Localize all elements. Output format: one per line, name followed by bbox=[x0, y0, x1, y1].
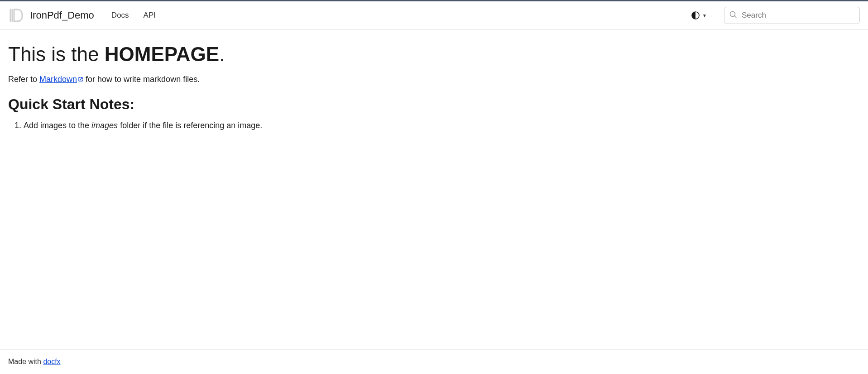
navbar: IronPdf_Demo Docs API ▼ bbox=[0, 1, 868, 30]
footer-prefix: Made with bbox=[8, 358, 43, 365]
nav-link-api[interactable]: API bbox=[139, 9, 160, 22]
footer: Made with docfx bbox=[0, 349, 868, 374]
intro-suffix: for how to write markdown files. bbox=[83, 75, 200, 84]
theme-toggle[interactable]: ▼ bbox=[688, 10, 710, 21]
title-prefix: This is the bbox=[8, 43, 105, 65]
search-container bbox=[724, 7, 860, 24]
logo-icon bbox=[8, 7, 24, 24]
markdown-link[interactable]: Markdown bbox=[39, 75, 83, 84]
notes-list: Add images to the images folder if the f… bbox=[8, 119, 860, 132]
title-suffix: . bbox=[219, 43, 225, 65]
subheading: Quick Start Notes: bbox=[8, 96, 860, 113]
note-suffix: folder if the file is referencing an ima… bbox=[118, 121, 262, 130]
docfx-link[interactable]: docfx bbox=[43, 358, 60, 365]
title-strong: HOMEPAGE bbox=[105, 43, 219, 65]
list-item: Add images to the images folder if the f… bbox=[24, 119, 860, 132]
intro-prefix: Refer to bbox=[8, 75, 39, 84]
caret-down-icon: ▼ bbox=[702, 13, 707, 18]
note-em: images bbox=[91, 121, 118, 130]
main-content: This is the HOMEPAGE. Refer to Markdown … bbox=[0, 30, 868, 349]
nav-link-docs[interactable]: Docs bbox=[107, 9, 134, 22]
note-prefix: Add images to the bbox=[24, 121, 91, 130]
contrast-icon bbox=[691, 11, 700, 19]
page-title: This is the HOMEPAGE. bbox=[8, 43, 860, 67]
search-input[interactable] bbox=[724, 7, 860, 24]
intro-paragraph: Refer to Markdown for how to write markd… bbox=[8, 75, 860, 84]
brand-title[interactable]: IronPdf_Demo bbox=[30, 10, 94, 21]
external-link-icon bbox=[78, 75, 83, 84]
